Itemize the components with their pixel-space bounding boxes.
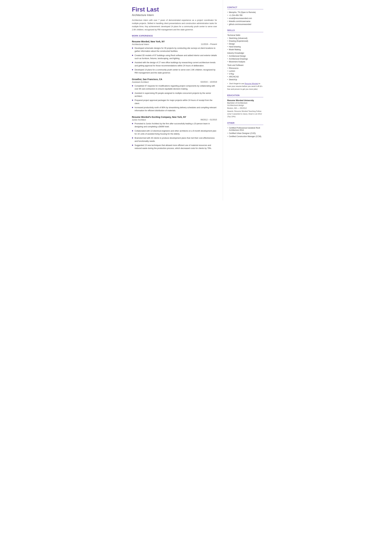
bullet-3-1: Promoted to Junior Architect by the firm… — [132, 122, 217, 128]
skills-category-technical: Technical Skills: — [227, 34, 263, 36]
skill-2-2: •V-Ray — [227, 73, 263, 75]
other-dot-1: • — [227, 132, 228, 134]
job-block-3: Resume Worded's Exciting Company, New Yo… — [132, 116, 217, 150]
resume-page: First Last Architecture Intern Architect… — [125, 0, 267, 201]
edu-block-0: Resume Worded University Bachelor of Arc… — [227, 99, 263, 118]
contact-item-1: • +1-234-456-789 — [227, 14, 263, 16]
job-role-3: Junior Architect — [132, 119, 146, 121]
bullet-dot — [132, 137, 133, 139]
skill-1-1: •Architectural Drawings — [227, 58, 263, 60]
skills-category-industry: Industry Knowledge: — [227, 52, 263, 54]
resume-worded-link[interactable]: Resume Worded — [245, 83, 258, 84]
contact-item-0: • Memphis, TN (Open to Remote) — [227, 11, 263, 14]
summary-text: Architecture intern with over 7 years of… — [132, 19, 217, 31]
job-dates-2: 02/2015 – 10/2019 — [201, 81, 217, 83]
bullet-dot — [132, 123, 133, 124]
bullet-2-4: Increased productivity north of 80% by s… — [132, 106, 217, 112]
right-column: CONTACT • Memphis, TN (Open to Remote) •… — [223, 0, 267, 201]
left-column: First Last Architecture Intern Architect… — [125, 0, 223, 201]
job-meta-1: Architectural Intern 11/2019 – Present — [132, 43, 217, 45]
work-experience-header: WORK EXPERIENCE — [132, 35, 217, 38]
contact-bullet-2: • — [227, 17, 228, 19]
edu-location-dates-0: Boston, MA — 05/2012 — [227, 107, 263, 109]
bullet-dot — [132, 55, 133, 56]
education-header: EDUCATION — [227, 94, 263, 97]
contact-item-2: • email@resumeworded.com — [227, 17, 263, 19]
bullet-dot — [132, 100, 133, 101]
other-dot-0: • — [227, 127, 228, 129]
bullet-1-2: Created 3D models of 97 buildings using … — [132, 54, 217, 60]
other-dot-2: • — [227, 135, 228, 138]
skill-2-1: •Lumion — [227, 70, 263, 72]
job-company-1: Resume Worded, New York, NY — [132, 40, 217, 43]
contact-section: CONTACT • Memphis, TN (Open to Remote) •… — [227, 6, 263, 25]
bullet-dot — [132, 130, 133, 131]
job-meta-3: Junior Architect 06/2012 – 01/2015 — [132, 119, 217, 121]
edu-awards-0: Awards: Resume Worded Teaching Fellow (o… — [227, 110, 263, 118]
skills-category-tools: Tools and Software: — [227, 64, 263, 66]
skill-0-4: •Model Making — [227, 49, 263, 51]
job-bullets-3: Promoted to Junior Architect by the firm… — [132, 122, 217, 150]
job-block-1: Resume Worded, New York, NY Architectura… — [132, 40, 217, 75]
other-section: OTHER • Certified Professional Autodesk … — [227, 122, 263, 138]
bullet-dot — [132, 85, 133, 86]
contact-item-3: • linkedin.com/in/username — [227, 20, 263, 22]
job-role-2: Assistant Architect — [132, 81, 149, 83]
bullet-1-3: Assisted with the design of 27 new offic… — [132, 61, 217, 67]
edu-degree-0: Bachelor of Architecture — [227, 102, 263, 104]
job-company-3: Resume Worded's Exciting Company, New Yo… — [132, 116, 217, 118]
bullet-3-3: Brainstormed with 40 clients to produce … — [132, 137, 217, 143]
bullet-dot — [132, 107, 133, 108]
skill-0-1: •Drawing (Experienced) — [227, 40, 263, 42]
skill-0-0: •Sketching (Advanced) — [227, 37, 263, 39]
skill-2-3: •ARCHICAD — [227, 76, 263, 78]
contact-bullet-3: • — [227, 20, 228, 22]
bullet-2-1: Completed 47 requests for modifications … — [132, 84, 217, 91]
other-item-1: • Certified Urban Designer (CUD). — [227, 132, 263, 134]
education-section: EDUCATION Resume Worded University Bache… — [227, 94, 263, 118]
bullet-3-4: Suggested 13 new techniques that allowed… — [132, 144, 217, 150]
contact-bullet-0: • — [227, 11, 228, 14]
skill-0-3: •Hand-drawing — [227, 46, 263, 48]
skill-1-0: •Architectural Design — [227, 55, 263, 57]
bullet-dot — [132, 48, 133, 49]
skills-section: SKILLS Technical Skills: •Sketching (Adv… — [227, 29, 263, 91]
edu-school-0: Resume Worded University — [227, 99, 263, 102]
skill-0-2: •Design — [227, 43, 263, 45]
bullet-2-3: Prepared project approval packages for m… — [132, 99, 217, 105]
other-header: OTHER — [227, 122, 263, 125]
edu-field-0: Architectural design — [227, 104, 263, 106]
bullet-dot — [132, 92, 133, 94]
job-dates-1: 11/2019 – Present — [201, 43, 217, 45]
skills-header: SKILLS — [227, 29, 263, 32]
bullet-dot — [132, 69, 133, 70]
other-item-0: • Certified Professional Autodesk Revit … — [227, 127, 263, 131]
job-dates-3: 06/2012 – 01/2015 — [201, 119, 217, 121]
bullet-3-2: Collaborated with 13 electrical engineer… — [132, 129, 217, 136]
skills-promo: • Don't forget to use Resume Worded to s… — [227, 82, 263, 91]
contact-item-4: • github.com/resumeworded — [227, 23, 263, 25]
job-company-2: Growthsi, San Francisco, CA — [132, 78, 217, 81]
contact-header: CONTACT — [227, 6, 263, 9]
skill-2-0: •Rhinoceros — [227, 67, 263, 69]
bullet-2-2: Assisted in supervising 55 people assign… — [132, 92, 217, 98]
contact-bullet-1: • — [227, 14, 228, 16]
job-meta-2: Assistant Architect 02/2015 – 10/2019 — [132, 81, 217, 83]
bullet-dot — [132, 62, 133, 63]
job-bullets-1: Developed schematic designs for 30 proje… — [132, 47, 217, 75]
contact-bullet-4: • — [227, 23, 228, 25]
bullet-dot — [132, 145, 133, 146]
skill-2-4: •SketchUp — [227, 78, 263, 81]
bullet-1-4: Developed 14 plans for a community youth… — [132, 68, 217, 75]
job-bullets-2: Completed 47 requests for modifications … — [132, 84, 217, 112]
candidate-name: First Last — [132, 6, 217, 13]
skill-1-2: •Movement Analysis — [227, 61, 263, 63]
bullet-1-1: Developed schematic designs for 30 proje… — [132, 47, 217, 53]
job-title: Architecture Intern — [132, 14, 217, 17]
other-item-2: • Certified Construction Manager (CCM). — [227, 135, 263, 138]
job-block-2: Growthsi, San Francisco, CA Assistant Ar… — [132, 78, 217, 112]
job-role-1: Architectural Intern — [132, 43, 149, 45]
